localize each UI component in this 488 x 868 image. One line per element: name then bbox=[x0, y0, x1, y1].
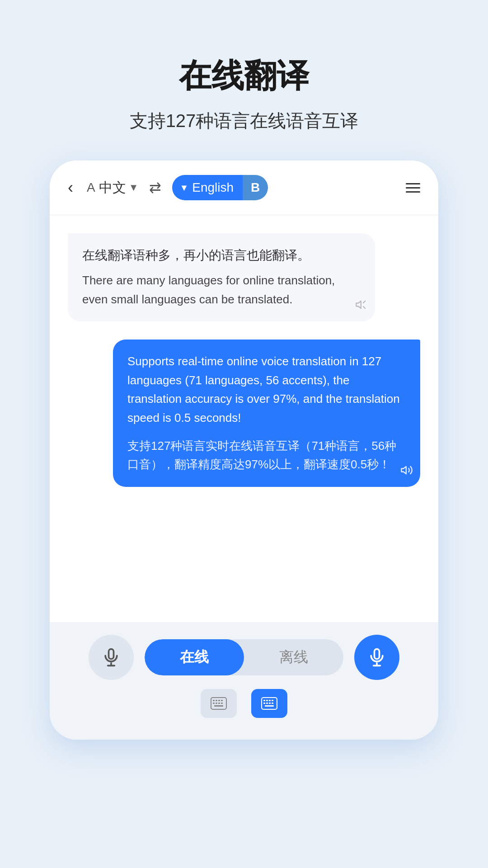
keyboard-gray-button[interactable] bbox=[201, 689, 237, 718]
sent-zh-text: 支持127种语言实时在线语音互译（71种语言，56种口音），翻译精度高达97%以… bbox=[127, 437, 406, 474]
svg-rect-27 bbox=[269, 703, 271, 704]
keyboard-row bbox=[201, 689, 287, 718]
received-bubble: 在线翻译语种多，再小的语言也能翻译。 There are many langua… bbox=[68, 233, 375, 321]
speaker-icon-left[interactable] bbox=[355, 298, 368, 314]
page-title: 在线翻译 bbox=[18, 54, 470, 98]
svg-rect-11 bbox=[213, 700, 215, 701]
svg-rect-7 bbox=[375, 649, 380, 659]
original-text: 在线翻译语种多，再小的语言也能翻译。 bbox=[82, 246, 361, 265]
svg-line-2 bbox=[363, 307, 365, 308]
mode-toggle[interactable]: 在线 离线 bbox=[145, 639, 343, 675]
mic-button-right[interactable] bbox=[354, 635, 399, 680]
source-lang-dropdown-icon: ▼ bbox=[129, 182, 139, 193]
speaker-icon-right[interactable] bbox=[400, 464, 413, 480]
top-bar: ‹ A 中文 ▼ ⇄ ▼ English B bbox=[50, 160, 438, 215]
chat-area: 在线翻译语种多，再小的语言也能翻译。 There are many langua… bbox=[50, 215, 438, 622]
svg-marker-0 bbox=[356, 301, 361, 308]
svg-rect-16 bbox=[216, 703, 217, 704]
target-language-selector[interactable]: ▼ English B bbox=[172, 175, 268, 200]
menu-button[interactable] bbox=[406, 183, 420, 193]
svg-rect-18 bbox=[221, 703, 223, 704]
svg-rect-14 bbox=[221, 700, 223, 701]
mode-online-button[interactable]: 在线 bbox=[145, 639, 244, 675]
swap-languages-button[interactable]: ⇄ bbox=[149, 179, 161, 196]
mic-button-left[interactable] bbox=[89, 635, 134, 680]
svg-line-1 bbox=[363, 301, 365, 303]
svg-rect-28 bbox=[272, 703, 273, 704]
sent-bubble: Supports real-time online voice translat… bbox=[113, 340, 420, 487]
bottom-bar: 在线 离线 bbox=[50, 622, 438, 740]
page-subtitle: 支持127种语言在线语音互译 bbox=[18, 108, 470, 133]
menu-line1 bbox=[406, 183, 420, 184]
svg-rect-19 bbox=[214, 705, 223, 707]
svg-rect-4 bbox=[109, 649, 114, 659]
menu-line3 bbox=[406, 191, 420, 193]
svg-rect-24 bbox=[272, 700, 273, 701]
lang-b-badge: B bbox=[243, 175, 268, 200]
mode-row: 在线 离线 bbox=[68, 635, 420, 680]
lang-a-label: A bbox=[87, 180, 95, 195]
svg-rect-12 bbox=[216, 700, 217, 701]
sent-message: Supports real-time online voice translat… bbox=[113, 340, 420, 487]
svg-rect-17 bbox=[218, 703, 220, 704]
svg-rect-29 bbox=[265, 705, 274, 707]
svg-rect-13 bbox=[218, 700, 220, 701]
sent-en-text: Supports real-time online voice translat… bbox=[127, 352, 406, 427]
source-language-selector[interactable]: 中文 ▼ bbox=[99, 179, 139, 197]
phone-frame: ‹ A 中文 ▼ ⇄ ▼ English B 在线翻译语种多，再小的语言也能翻译… bbox=[50, 160, 438, 740]
svg-rect-22 bbox=[266, 700, 268, 701]
svg-rect-21 bbox=[263, 700, 265, 701]
svg-rect-23 bbox=[269, 700, 271, 701]
menu-line2 bbox=[406, 187, 420, 189]
svg-rect-25 bbox=[263, 703, 265, 704]
svg-marker-3 bbox=[401, 467, 406, 474]
keyboard-blue-button[interactable] bbox=[251, 689, 287, 718]
target-lang-english-button[interactable]: ▼ English bbox=[172, 175, 243, 200]
received-message: 在线翻译语种多，再小的语言也能翻译。 There are many langua… bbox=[68, 233, 375, 321]
page-header: 在线翻译 支持127种语言在线语音互译 bbox=[0, 0, 488, 160]
translated-text: There are many languages for online tran… bbox=[82, 271, 361, 309]
back-button[interactable]: ‹ bbox=[68, 178, 73, 197]
svg-rect-26 bbox=[266, 703, 268, 704]
mode-offline-button[interactable]: 离线 bbox=[244, 639, 343, 675]
svg-rect-15 bbox=[213, 703, 215, 704]
target-lang-dropdown-icon: ▼ bbox=[179, 183, 188, 193]
